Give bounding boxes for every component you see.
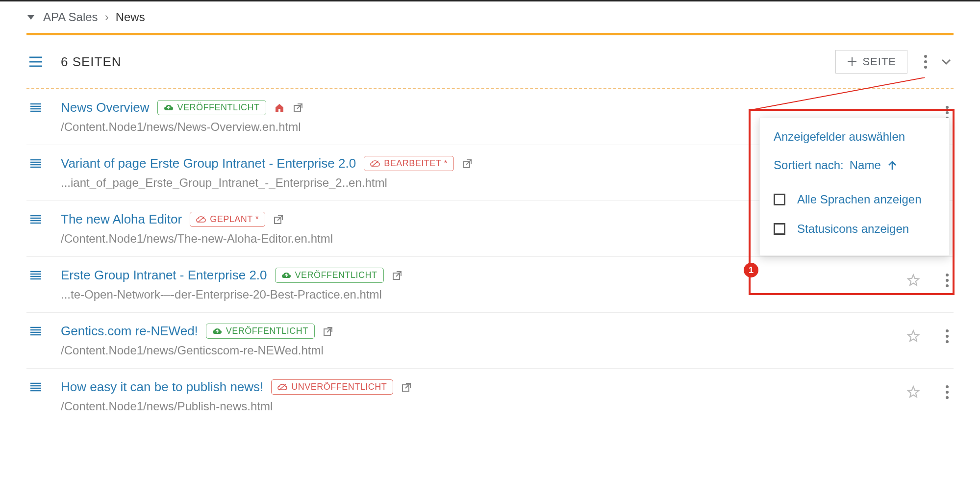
page-lines-icon	[27, 156, 44, 169]
svg-line-17	[466, 160, 471, 165]
external-link-icon[interactable]	[323, 326, 333, 337]
favorite-star[interactable]	[906, 274, 920, 287]
sort-field: Name	[850, 158, 881, 172]
cloud-up-icon	[212, 328, 222, 335]
page-title-link[interactable]: Erste Group Intranet - Enterprise 2.0	[61, 268, 267, 283]
cloud-off-icon	[370, 160, 380, 167]
page-title-link[interactable]: The new Aloha Editor	[61, 212, 182, 227]
add-page-button[interactable]: SEITE	[835, 50, 907, 74]
page-lines-icon	[27, 212, 44, 225]
page-lines-icon	[27, 324, 44, 336]
item-more-button[interactable]	[942, 326, 953, 347]
status-badge-published: VERÖFFENTLICHT	[206, 324, 315, 339]
page-path: /Content.Node1/news/Genticscom-re-NEWed.…	[61, 344, 890, 357]
favorite-star[interactable]	[906, 385, 920, 399]
cloud-up-icon	[281, 272, 291, 279]
breadcrumb-separator: ›	[105, 10, 109, 24]
svg-line-10	[297, 104, 302, 109]
breadcrumb: APA Sales › News	[0, 1, 980, 33]
callout-number-badge: 1	[744, 263, 758, 277]
page-title-link[interactable]: How easy it can be to publish news!	[61, 379, 263, 395]
page-path: /Content.Node1/news/Publish-news.html	[61, 400, 890, 413]
svg-line-30	[396, 272, 401, 276]
external-link-icon[interactable]	[273, 214, 284, 225]
item-more-button[interactable]	[942, 381, 953, 403]
more-options-button[interactable]	[920, 51, 931, 73]
page-lines-icon	[27, 268, 44, 280]
section-header: 6 SEITEN SEITE	[0, 35, 980, 88]
add-page-label: SEITE	[862, 55, 896, 68]
favorite-star[interactable]	[906, 329, 920, 343]
status-badge-published: VERÖFFENTLICHT	[275, 268, 384, 283]
breadcrumb-current[interactable]: News	[116, 10, 145, 24]
checkbox-icon[interactable]	[774, 194, 785, 205]
external-link-icon[interactable]	[462, 158, 473, 169]
arrow-up-icon	[887, 160, 898, 171]
svg-line-36	[327, 327, 332, 332]
page-lines-icon	[27, 379, 44, 392]
external-link-icon[interactable]	[401, 382, 412, 393]
cloud-up-icon	[164, 104, 174, 111]
sort-prefix: Sortiert nach:	[774, 158, 844, 172]
svg-line-24	[277, 216, 282, 221]
status-badge-published: VERÖFFENTLICHT	[157, 100, 266, 115]
view-options-dropdown: Anzeigefelder auswählen Sortiert nach: N…	[759, 118, 950, 256]
dropdown-select-fields[interactable]: Anzeigefelder auswählen	[774, 130, 935, 144]
dropdown-sort[interactable]: Sortiert nach: Name	[774, 158, 935, 172]
item-more-button[interactable]	[942, 270, 953, 291]
caret-down-icon	[27, 15, 34, 20]
page-title-link[interactable]: Gentics.com re-NEWed!	[61, 324, 198, 339]
dropdown-opt-all-langs[interactable]: Alle Sprachen anzeigen	[774, 185, 935, 214]
external-link-icon[interactable]	[293, 102, 303, 113]
cloud-off-icon	[196, 216, 206, 223]
page-list-item: Erste Group Intranet - Enterprise 2.0 VE…	[0, 257, 980, 312]
page-title-link[interactable]: Variant of page Erste Group Intranet - E…	[61, 156, 356, 171]
dropdown-opt-status-icons[interactable]: Statusicons anzeigen	[774, 214, 935, 244]
breadcrumb-node: APA Sales	[43, 10, 98, 24]
page-path: ...te-Open-Network-–-der-Enterprise-20-B…	[61, 288, 890, 301]
page-title-link[interactable]: News Overview	[61, 100, 150, 115]
page-lines-icon	[27, 100, 44, 113]
chevron-down-icon	[940, 55, 953, 68]
node-selector[interactable]: APA Sales	[27, 10, 98, 24]
page-list-item: How easy it can be to publish news! UNVE…	[0, 369, 980, 424]
status-badge-unpublished: UNVERÖFFENTLICHT	[271, 379, 393, 395]
svg-line-43	[405, 383, 410, 388]
cloud-off-icon	[277, 384, 287, 391]
home-icon	[274, 103, 285, 113]
plus-icon	[847, 56, 857, 67]
page-list-item: Gentics.com re-NEWed! VERÖFFENTLICHT /Co…	[0, 313, 980, 368]
status-badge-planned: GEPLANT *	[190, 212, 265, 227]
list-lines-icon	[27, 56, 44, 67]
section-title: 6 SEITEN	[61, 54, 122, 70]
checkbox-icon[interactable]	[774, 223, 785, 235]
opt-all-langs-label: Alle Sprachen anzeigen	[797, 193, 922, 206]
opt-status-icons-label: Statusicons anzeigen	[797, 222, 909, 236]
status-badge-edited: BEARBEITET *	[364, 156, 454, 171]
collapse-toggle[interactable]	[940, 55, 953, 68]
external-link-icon[interactable]	[392, 270, 402, 281]
